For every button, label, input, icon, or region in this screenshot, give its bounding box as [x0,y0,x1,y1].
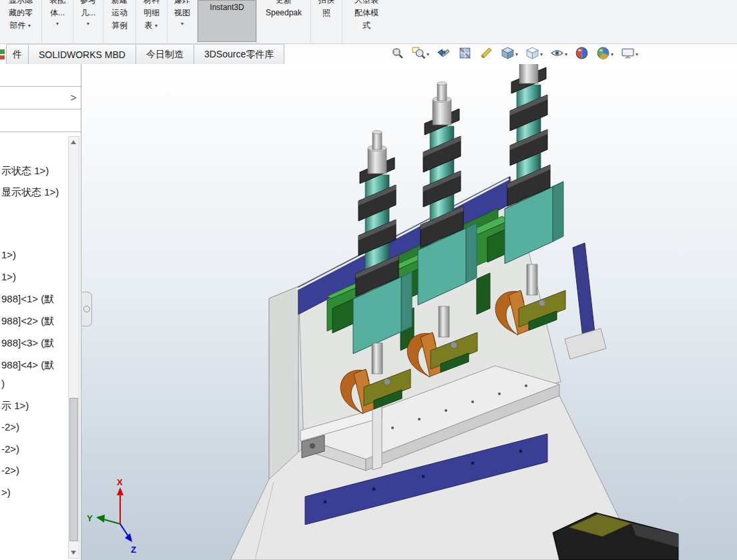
ribbon-item-label: 式 [362,19,371,32]
scrollbar-thumb[interactable] [69,398,78,541]
ribbon-item-label: 大型装 [354,0,379,7]
ribbon-item-label: 更新 [276,0,292,7]
edit-appearance-icon [575,46,589,63]
ribbon-item-label: 藏的零 [9,7,33,19]
ribbon-item-large-assembly-mode[interactable]: 大型装 配体模 式 [342,0,391,43]
dropdown-caret-icon[interactable]: ▾ [611,51,613,57]
hide-show-items-icon [550,46,564,63]
section-view-button[interactable] [457,45,473,63]
dropdown-caret-icon[interactable]: ▾ [540,51,543,57]
feature-tree-item[interactable]: 988]<3> (默 [1,337,68,350]
feature-manager-panel: > 示状态 1>) 显示状态 1>) 1>) 1>) 988]<1> (默 98… [0,64,81,560]
ribbon-item-label: 部件 [10,19,26,32]
feature-manager-filter-box [0,109,81,132]
ribbon-item-label: 体... [50,7,65,19]
tab-today-manufacturing[interactable]: 今日制造 [136,44,194,64]
section-view-icon [458,46,472,63]
ribbon-item-update-speedpak[interactable]: 更新 Speedpak [257,0,310,43]
ribbon-item-bill-of-materials[interactable]: 材料 明细 表▼ [136,0,167,43]
ribbon-item-label: 爆炸 [174,0,190,7]
feature-manager-header: > [0,86,81,109]
ribbon-item-show-hide-components[interactable]: 显示隐 藏的零 部件▼ [0,0,41,43]
command-manager-ribbon: 显示隐 藏的零 部件▼ 装配 体... ▼ 参考 几... ▼ 新建 运动 算例… [0,0,737,44]
dropdown-caret-icon: ▼ [27,23,32,29]
ribbon-item-exploded-view[interactable]: 爆炸 视图 ▼ [168,0,197,43]
feature-tree-item[interactable]: 示状态 1>) [1,165,68,178]
feature-tree-item[interactable]: 示 1>) [1,400,68,413]
feature-tree-item[interactable]: -2>) [1,443,68,457]
feature-tree-item[interactable]: 988]<1> (默 [1,293,68,306]
ribbon-item-take-snapshot[interactable]: 拍快 照 [311,0,342,43]
view-settings-icon [621,46,635,63]
feature-tree-item[interactable]: 988]<2> (默 [1,315,68,328]
ribbon-item-label: 装配 [49,0,65,7]
display-style-icon [525,46,539,63]
graphics-viewport[interactable]: X Y Z [0,64,737,560]
feature-tree-item[interactable]: -2>) [1,421,68,435]
ribbon-item-label: 显示隐 [9,0,33,7]
dropdown-caret-icon[interactable]: ▾ [565,51,567,57]
feature-tree-item[interactable]: 1>) [1,249,68,262]
panel-collapse-arrow[interactable]: > [68,90,79,106]
dropdown-caret-icon[interactable]: ▾ [636,51,638,57]
feature-tree-item[interactable]: 显示状态 1>) [1,186,68,200]
scroll-down-icon[interactable] [71,551,76,555]
feature-tree-item[interactable]: >) [1,487,68,500]
dynamic-annotation-view-button[interactable] [478,45,495,63]
zoom-to-area-icon [412,46,426,63]
heads-up-view-toolbar: ▾ ▾ ▾ ▾ ▾ ▾ [389,45,640,63]
display-style-button[interactable]: ▾ [524,45,544,63]
ribbon-item-label: 拍快 [318,0,334,7]
edit-appearance-button[interactable] [573,45,590,63]
feature-tree-item[interactable]: -2>) [1,465,68,478]
ribbon-item-label: 几... [81,7,95,19]
view-orientation-icon [501,46,515,63]
view-settings-button[interactable]: ▾ [620,45,640,63]
ribbon-item-reference-geometry[interactable]: 参考 几... ▼ [73,0,103,43]
previous-view-button[interactable] [435,45,452,63]
tab-3dsource-parts[interactable]: 3DSource零件库 [194,44,284,64]
dropdown-caret-icon: ▼ [55,21,60,27]
feature-tree-item[interactable]: ) [1,378,68,391]
ribbon-item-label: Instant3D [210,1,244,14]
ribbon-item-label: 照 [322,7,330,19]
3d-viewport-canvas[interactable]: X Y Z [0,64,737,560]
ribbon-item-label: 表 [145,19,153,32]
tab-assembly-partial[interactable]: 件 [6,44,29,64]
ribbon-item-label: 材料 [144,0,160,7]
feature-tree-item[interactable]: 988]<4> (默 [1,359,68,372]
ribbon-item-label: 视图 [174,7,190,19]
ribbon-item-label: 新建 [111,0,128,7]
zoom-to-fit-button[interactable] [389,45,406,63]
axis-y-label: Y [87,513,93,523]
view-orientation-button[interactable]: ▾ [499,45,519,63]
axis-z-label: Z [131,545,136,555]
feature-tree-scrollbar[interactable] [68,136,79,559]
dropdown-caret-icon: ▼ [180,21,185,27]
tab-solidworks-mbd[interactable]: SOLIDWORKS MBD [29,44,136,64]
ribbon-item-label: 配体模 [354,7,379,19]
panel-splitter-handle[interactable] [82,292,92,326]
ribbon-item-label: Speedpak [266,7,302,19]
dynamic-annotation-view-icon [479,46,493,63]
commandmanager-tab-bar: 件 SOLIDWORKS MBD 今日制造 3DSource零件库 ▾ ▾ ▾ [0,44,737,64]
previous-view-icon [437,46,451,63]
scroll-up-icon[interactable] [71,140,76,144]
dropdown-caret-icon: ▼ [154,23,159,29]
zoom-to-fit-icon [391,46,405,63]
zoom-to-area-button[interactable]: ▾ [411,45,431,63]
ribbon-item-label: 明细 [144,7,160,19]
ribbon-item-label: 参考 [80,0,96,7]
apply-scene-button[interactable]: ▾ [595,45,615,63]
ribbon-item-assembly-features[interactable]: 装配 体... ▼ [42,0,73,43]
dropdown-caret-icon[interactable]: ▾ [515,51,518,57]
ribbon-item-label: 算例 [111,19,128,32]
apply-scene-icon [596,46,610,63]
hide-show-items-button[interactable]: ▾ [549,45,569,63]
ribbon-item-label: 运动 [111,7,128,19]
ribbon-item-instant3d[interactable]: Instant3D [198,0,256,42]
feature-tree-item[interactable]: 1>) [1,271,68,284]
dropdown-caret-icon[interactable]: ▾ [427,51,429,57]
ribbon-item-new-motion-study[interactable]: 新建 运动 算例 [103,0,136,43]
dropdown-caret-icon: ▼ [86,21,91,27]
